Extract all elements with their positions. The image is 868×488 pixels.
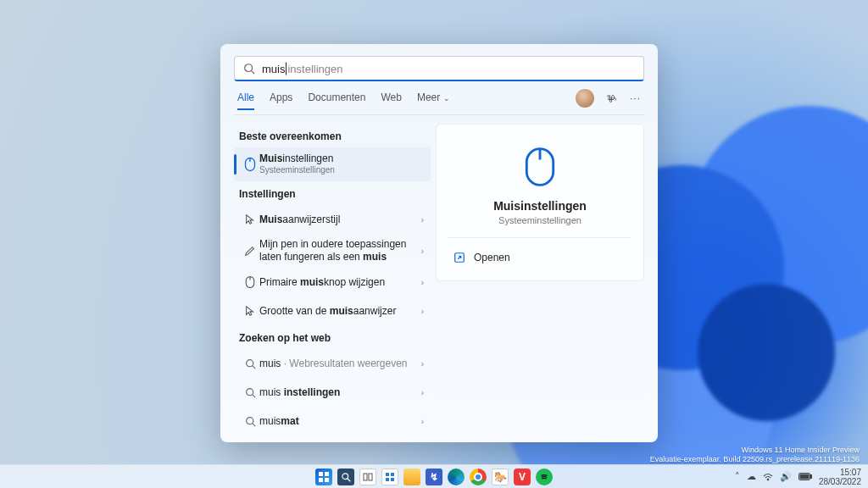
settings-result[interactable]: Muisaanwijzerstijl › — [234, 205, 431, 234]
mouse-icon — [241, 275, 259, 289]
chevron-right-icon: › — [421, 215, 424, 225]
svg-line-7 — [252, 365, 254, 368]
section-web: Zoeken op het web — [234, 325, 431, 349]
widgets-icon[interactable] — [381, 469, 398, 485]
edge-icon[interactable] — [448, 469, 465, 485]
svg-line-11 — [252, 423, 254, 425]
taskbar-clock[interactable]: 15:07 28/03/2022 — [819, 468, 861, 486]
search-tabs-row: Alle Apps Documenten Web Meer ⌄ ⅌ ··· — [234, 81, 644, 115]
wifi-icon[interactable] — [763, 473, 773, 481]
settings-result[interactable]: Grootte van de muisaanwijzer › — [234, 297, 431, 325]
chevron-right-icon: › — [421, 359, 424, 369]
pen-icon — [241, 245, 259, 257]
web-result[interactable]: muis · Webresultaten weergeven › — [234, 349, 431, 378]
svg-point-6 — [246, 359, 253, 366]
vivaldi-icon[interactable]: V — [514, 469, 531, 485]
detail-pane: Muisinstellingen Systeeminstellingen Ope… — [431, 115, 644, 432]
more-icon[interactable]: ··· — [630, 92, 641, 104]
svg-rect-27 — [386, 478, 389, 481]
svg-line-9 — [252, 394, 254, 396]
avatar[interactable] — [576, 89, 594, 108]
chevron-right-icon: › — [421, 278, 424, 287]
cursor-icon — [241, 305, 259, 317]
detail-card: Muisinstellingen Systeeminstellingen Ope… — [436, 124, 644, 281]
tab-all[interactable]: Alle — [237, 86, 254, 110]
web-result[interactable]: muismat › — [234, 407, 431, 432]
spotify-icon[interactable] — [536, 469, 553, 485]
svg-rect-17 — [319, 472, 323, 476]
open-action[interactable]: Openen — [448, 243, 632, 272]
search-taskbar-icon[interactable] — [337, 469, 354, 485]
tab-more[interactable]: Meer ⌄ — [417, 86, 450, 110]
svg-point-29 — [767, 479, 769, 480]
chevron-right-icon: › — [421, 417, 424, 426]
chevron-right-icon: › — [421, 388, 424, 397]
rewards-icon[interactable]: ⅌ — [606, 92, 618, 105]
best-match-result[interactable]: Muisinstellingen Systeeminstellingen — [234, 147, 431, 181]
tab-apps[interactable]: Apps — [270, 86, 292, 110]
svg-rect-24 — [369, 474, 372, 480]
detail-subtitle: Systeeminstellingen — [498, 215, 581, 225]
search-icon — [241, 358, 259, 369]
battery-icon[interactable] — [798, 473, 812, 480]
app-icon[interactable]: 🐎 — [492, 469, 509, 485]
app-icon[interactable]: ↯ — [426, 469, 442, 485]
svg-rect-26 — [391, 473, 394, 476]
svg-rect-23 — [364, 474, 367, 480]
settings-result[interactable]: Mijn pen in oudere toepassingen laten fu… — [234, 234, 431, 268]
web-result[interactable]: muis instellingen › — [234, 378, 431, 407]
svg-point-0 — [245, 64, 253, 71]
tray-expand-icon[interactable]: ˄ — [735, 471, 740, 482]
chevron-right-icon: › — [421, 247, 424, 256]
mouse-icon — [523, 145, 557, 189]
settings-result[interactable]: Primaire muisknop wijzigen › — [234, 268, 431, 297]
search-window: muisinstellingen Alle Apps Documenten We… — [220, 44, 658, 442]
onedrive-icon[interactable]: ☁ — [747, 471, 756, 482]
search-icon — [241, 416, 259, 427]
svg-rect-18 — [325, 472, 329, 476]
search-icon — [241, 387, 259, 398]
svg-point-21 — [342, 473, 348, 479]
detail-title: Muisinstellingen — [493, 199, 587, 213]
start-button[interactable] — [315, 469, 332, 485]
section-settings: Instellingen — [234, 181, 431, 205]
taskbar: ↯ 🐎 V ˄ ☁ 🔊 15:07 28/03/2022 — [0, 464, 868, 488]
svg-rect-32 — [800, 474, 809, 479]
svg-point-10 — [246, 417, 253, 424]
tab-web[interactable]: Web — [381, 86, 401, 110]
open-icon — [453, 252, 465, 263]
svg-rect-25 — [386, 473, 389, 476]
search-icon — [243, 63, 255, 75]
chrome-icon[interactable] — [470, 469, 487, 485]
svg-line-1 — [252, 70, 255, 74]
taskbar-apps: ↯ 🐎 V — [315, 469, 553, 485]
chevron-right-icon: › — [421, 307, 424, 316]
search-box[interactable]: muisinstellingen — [234, 56, 644, 81]
open-label: Openen — [474, 252, 510, 263]
svg-line-22 — [348, 479, 350, 481]
chevron-down-icon: ⌄ — [443, 94, 450, 103]
volume-icon[interactable]: 🔊 — [780, 471, 792, 482]
svg-rect-19 — [319, 478, 323, 482]
explorer-icon[interactable] — [403, 469, 420, 485]
svg-rect-28 — [391, 478, 394, 481]
cursor-icon — [241, 214, 259, 225]
tab-documents[interactable]: Documenten — [308, 86, 365, 110]
results-column: Beste overeenkomen Muisinstellingen Syst… — [234, 115, 431, 432]
svg-rect-31 — [810, 475, 812, 479]
mouse-icon — [241, 157, 259, 172]
svg-rect-20 — [325, 478, 329, 482]
divider — [448, 237, 632, 238]
system-tray: ˄ ☁ 🔊 15:07 28/03/2022 — [735, 465, 861, 488]
windows-watermark: Windows 11 Home Insider Preview Evaluati… — [650, 446, 860, 465]
section-best-match: Beste overeenkomen — [234, 124, 431, 147]
task-view-icon[interactable] — [359, 469, 376, 485]
svg-point-8 — [246, 388, 253, 395]
